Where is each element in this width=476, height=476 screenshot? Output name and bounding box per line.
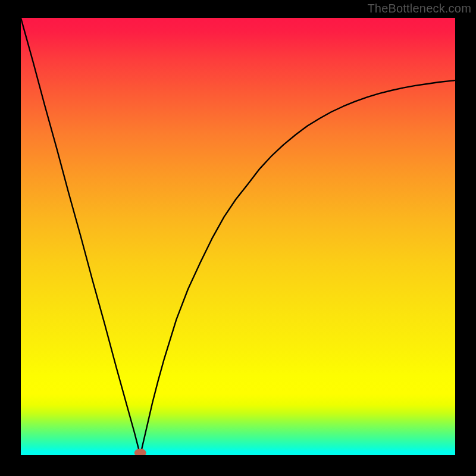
curve-line	[21, 18, 455, 455]
chart-frame: TheBottleneck.com	[0, 0, 476, 476]
watermark-text: TheBottleneck.com	[367, 2, 471, 15]
min-marker	[134, 449, 146, 455]
curve-svg	[21, 18, 455, 455]
plot-area	[21, 18, 455, 455]
